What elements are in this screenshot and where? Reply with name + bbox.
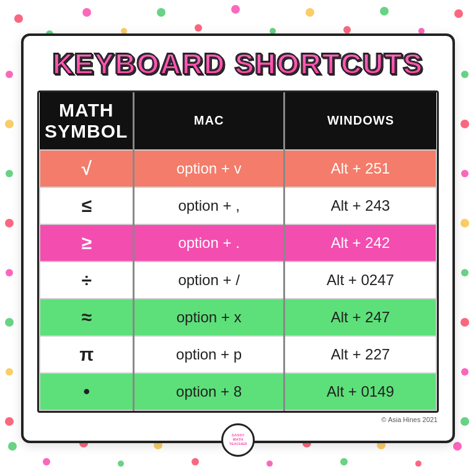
- svg-point-0: [14, 14, 23, 23]
- table-row: •option + 8Alt + 0149: [40, 373, 436, 410]
- logo-text: SASSYMATHTEACHER: [229, 433, 247, 447]
- svg-point-16: [118, 461, 124, 467]
- svg-point-41: [461, 417, 469, 426]
- mac-cell: option + .: [134, 224, 284, 262]
- symbol-cell: •: [40, 373, 134, 410]
- svg-point-6: [231, 5, 240, 14]
- svg-point-10: [380, 7, 389, 15]
- table-row: √option + vAlt + 251: [40, 150, 436, 187]
- svg-point-30: [6, 269, 13, 276]
- mac-cell: option + ,: [134, 187, 284, 224]
- svg-point-12: [454, 9, 463, 18]
- symbol-cell: π: [40, 336, 134, 373]
- windows-cell: Alt + 242: [284, 224, 436, 262]
- windows-cell: Alt + 251: [284, 150, 436, 187]
- mac-cell: option + p: [134, 336, 284, 373]
- svg-point-34: [461, 71, 469, 78]
- svg-point-13: [8, 442, 17, 451]
- svg-point-25: [453, 442, 462, 451]
- mac-cell: option + x: [134, 299, 284, 336]
- table-row: ≥option + .Alt + 242: [40, 224, 436, 262]
- svg-point-40: [461, 368, 469, 376]
- symbol-cell: ≈: [40, 299, 134, 336]
- svg-point-36: [461, 170, 469, 177]
- svg-point-28: [6, 170, 13, 177]
- windows-cell: Alt + 227: [284, 336, 436, 373]
- svg-point-18: [192, 458, 199, 465]
- table-row: ÷option + /Alt + 0247: [40, 262, 436, 299]
- table-row: πoption + pAlt + 227: [40, 336, 436, 373]
- symbol-cell: ≥: [40, 224, 134, 262]
- table-header-row: MATHSYMBOL MAC WINDOWS: [40, 92, 436, 150]
- col-header-symbol: MATHSYMBOL: [40, 92, 134, 150]
- windows-cell: Alt + 247: [284, 299, 436, 336]
- windows-cell: Alt + 0247: [284, 262, 436, 299]
- shortcuts-table: MATHSYMBOL MAC WINDOWS √option + vAlt + …: [39, 92, 437, 411]
- svg-point-32: [6, 368, 13, 376]
- symbol-cell: √: [40, 150, 134, 187]
- page-container: KEYBOARD SHORTCUTS MATHSYMBOL MAC WINDOW…: [0, 0, 476, 476]
- windows-cell: Alt + 243: [284, 187, 436, 224]
- main-card: KEYBOARD SHORTCUTS MATHSYMBOL MAC WINDOW…: [21, 33, 455, 443]
- svg-point-8: [306, 8, 314, 17]
- table-row: ≈option + xAlt + 247: [40, 299, 436, 336]
- svg-point-27: [5, 120, 14, 128]
- svg-point-33: [5, 417, 14, 426]
- svg-point-29: [5, 219, 14, 227]
- svg-point-26: [6, 71, 13, 78]
- table-row: ≤option + ,Alt + 243: [40, 187, 436, 224]
- svg-point-38: [461, 269, 469, 276]
- svg-point-22: [340, 458, 348, 465]
- logo-circle: SASSYMATHTEACHER: [221, 423, 255, 457]
- col-header-windows: WINDOWS: [284, 92, 436, 150]
- svg-point-35: [461, 120, 469, 128]
- windows-cell: Alt + 0149: [284, 373, 436, 410]
- svg-point-31: [5, 318, 14, 327]
- mac-cell: option + v: [134, 150, 284, 187]
- svg-point-37: [461, 219, 469, 227]
- svg-point-9: [343, 26, 351, 33]
- page-title: KEYBOARD SHORTCUTS: [37, 47, 439, 81]
- mac-cell: option + 8: [134, 373, 284, 410]
- svg-point-20: [267, 461, 273, 467]
- symbol-cell: ≤: [40, 187, 134, 224]
- svg-point-14: [43, 458, 50, 465]
- col-header-mac: MAC: [134, 92, 284, 150]
- copyright-text: © Asia Hines 2021: [37, 416, 439, 423]
- mac-cell: option + /: [134, 262, 284, 299]
- svg-point-4: [157, 8, 165, 17]
- svg-point-2: [82, 8, 91, 17]
- svg-point-24: [415, 461, 421, 467]
- svg-point-39: [461, 318, 469, 327]
- symbol-cell: ÷: [40, 262, 134, 299]
- shortcuts-table-wrapper: MATHSYMBOL MAC WINDOWS √option + vAlt + …: [37, 90, 439, 413]
- svg-point-5: [195, 24, 202, 32]
